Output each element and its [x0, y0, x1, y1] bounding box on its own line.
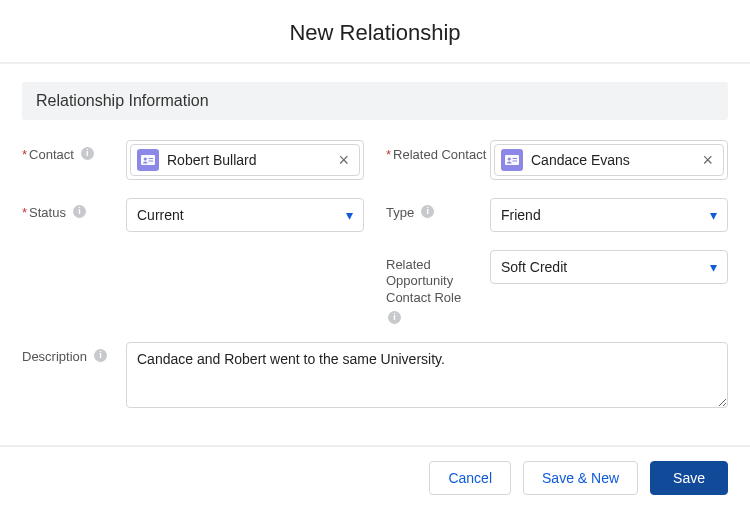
label-type: Type i — [386, 198, 490, 221]
svg-rect-6 — [513, 158, 518, 159]
chevron-down-icon: ▾ — [710, 207, 717, 223]
info-icon[interactable]: i — [94, 349, 107, 362]
contact-lookup[interactable]: Robert Bullard × — [126, 140, 364, 180]
cancel-button[interactable]: Cancel — [429, 461, 511, 495]
info-icon[interactable]: i — [388, 311, 401, 324]
contact-card-icon — [137, 149, 159, 171]
related-contact-pill-name: Candace Evans — [531, 152, 690, 168]
row-description: Description i — [22, 342, 728, 412]
label-description: Description i — [22, 342, 126, 365]
svg-point-1 — [144, 157, 147, 160]
modal-body: Relationship Information *Contact i Robe… — [0, 64, 750, 440]
info-icon[interactable]: i — [81, 147, 94, 160]
related-contact-lookup[interactable]: Candace Evans × — [490, 140, 728, 180]
label-rel-opp-role-text: Related Opportunity Contact Role — [386, 257, 490, 306]
status-value: Current — [137, 207, 184, 223]
contact-pill-name: Robert Bullard — [167, 152, 326, 168]
row-contact: *Contact i Robert Bullard × *Related Con… — [22, 140, 728, 180]
row-rel-opp-role: Related Opportunity Contact Role i Soft … — [22, 250, 728, 324]
row-status-type: *Status i Current ▾ Type i Friend ▾ — [22, 198, 728, 232]
clear-icon[interactable]: × — [334, 151, 353, 169]
label-description-text: Description — [22, 349, 87, 365]
chevron-down-icon: ▾ — [346, 207, 353, 223]
rel-opp-role-value: Soft Credit — [501, 259, 567, 275]
svg-rect-7 — [513, 161, 518, 162]
section-heading: Relationship Information — [22, 82, 728, 120]
label-status-text: Status — [29, 205, 66, 220]
label-status: *Status i — [22, 198, 126, 221]
label-contact-text: Contact — [29, 147, 74, 162]
info-icon[interactable]: i — [421, 205, 434, 218]
label-rel-opp-role: Related Opportunity Contact Role i — [386, 250, 490, 324]
modal-title: New Relationship — [0, 20, 750, 46]
label-related-contact-text: Related Contact — [393, 147, 486, 162]
save-and-new-button[interactable]: Save & New — [523, 461, 638, 495]
chevron-down-icon: ▾ — [710, 259, 717, 275]
svg-rect-2 — [149, 158, 154, 159]
status-select[interactable]: Current ▾ — [126, 198, 364, 232]
svg-point-5 — [508, 157, 511, 160]
rel-opp-role-select[interactable]: Soft Credit ▾ — [490, 250, 728, 284]
svg-rect-3 — [149, 161, 154, 162]
clear-icon[interactable]: × — [698, 151, 717, 169]
description-textarea[interactable] — [126, 342, 728, 408]
modal-header: New Relationship — [0, 0, 750, 64]
type-value: Friend — [501, 207, 541, 223]
label-related-contact: *Related Contact — [386, 140, 490, 163]
info-icon[interactable]: i — [73, 205, 86, 218]
contact-card-icon — [501, 149, 523, 171]
type-select[interactable]: Friend ▾ — [490, 198, 728, 232]
modal-footer: Cancel Save & New Save — [0, 445, 750, 509]
label-contact: *Contact i — [22, 140, 126, 163]
label-type-text: Type — [386, 205, 414, 221]
save-button[interactable]: Save — [650, 461, 728, 495]
